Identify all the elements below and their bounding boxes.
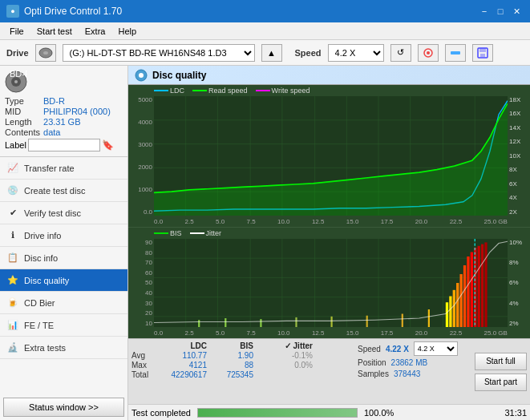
sidebar-item-label-disc-info: Disc info (24, 253, 58, 263)
save-button[interactable] (472, 44, 493, 62)
disc-info-icon: 📋 (6, 252, 19, 265)
sidebar-item-label-cd-bier: CD Bier (24, 298, 55, 308)
title-bar: ● Opti Drive Control 1.70 − □ ✕ (0, 0, 530, 22)
sidebar-item-create-test-disc[interactable]: 💿 Create test disc (0, 180, 127, 202)
sidebar-item-extra-tests[interactable]: 🔬 Extra tests (0, 337, 127, 359)
speed-select[interactable]: 4.2 X (328, 44, 384, 62)
top-x-axis: 0.0 2.5 5.0 7.5 10.0 12.5 15.0 17.5 20.0… (154, 218, 508, 225)
progress-container (197, 408, 358, 418)
max-jitter-val: 0.0% (258, 361, 313, 370)
svg-rect-60 (295, 317, 297, 327)
sidebar-item-cd-bier[interactable]: 🍺 CD Bier (0, 292, 127, 314)
sidebar-item-label-create-test: Create test disc (24, 186, 85, 196)
start-part-button[interactable]: Start part (475, 374, 527, 391)
sidebar: BD-R Type BD-R MID PHILIPR04 (000) Lengt… (0, 66, 128, 420)
sidebar-item-drive-info[interactable]: ℹ Drive info (0, 224, 127, 247)
sidebar-item-transfer-rate[interactable]: 📈 Transfer rate (0, 157, 127, 180)
sidebar-item-verify-test-disc[interactable]: ✔ Verify test disc (0, 202, 127, 224)
svg-rect-46 (449, 296, 451, 327)
drive-select[interactable]: (G:) HL-DT-ST BD-RE WH16NS48 1.D3 (63, 44, 255, 62)
position-row: Position 23862 MB (358, 358, 470, 367)
max-bis-val: 88 (212, 361, 258, 370)
close-button[interactable]: ✕ (509, 4, 524, 18)
samples-row: Samples 378443 (358, 370, 470, 378)
menu-help[interactable]: Help (111, 25, 143, 38)
sidebar-item-label-drive-info: Drive info (24, 231, 61, 240)
svg-point-3 (427, 51, 430, 55)
svg-point-10 (14, 80, 18, 83)
bottom-legend: BIS Jitter (154, 229, 221, 237)
progress-percent: 100.0% (364, 408, 394, 418)
sidebar-item-label-transfer-rate: Transfer rate (24, 164, 75, 173)
menu-start-test[interactable]: Start test (30, 25, 79, 38)
status-bar: Test completed 100.0% 31:31 (128, 404, 530, 420)
disc-icon: BD-R (5, 71, 27, 93)
speed-row: Speed 4.22 X 4.2 X (358, 341, 470, 356)
start-full-button[interactable]: Start full (475, 353, 527, 370)
label-input[interactable] (28, 139, 100, 151)
sidebar-item-disc-quality[interactable]: ⭐ Disc quality (0, 269, 127, 292)
length-value: 23.31 GB (43, 117, 123, 127)
svg-rect-61 (331, 317, 333, 327)
bottom-x-axis: 0.0 2.5 5.0 7.5 10.0 12.5 15.0 17.5 20.0… (154, 329, 508, 337)
svg-rect-54 (478, 246, 480, 327)
content-area: Disc quality LDC Read speed (128, 66, 530, 420)
bottom-chart-svg (154, 239, 508, 327)
menu-extra[interactable]: Extra (79, 25, 112, 38)
disc-quality-title: Disc quality (152, 70, 206, 81)
label-field-label: Label (5, 140, 26, 150)
status-time: 31:31 (504, 408, 527, 418)
tools-button[interactable] (445, 44, 466, 62)
disc-quality-header-icon (135, 69, 148, 82)
mid-value: PHILIPR04 (000) (43, 107, 123, 116)
drive-info-icon: ℹ (6, 229, 19, 242)
cd-bier-icon: 🍺 (6, 297, 19, 309)
max-row: Max 4121 88 0.0% (131, 361, 353, 370)
write-speed-legend-label: Write speed (272, 87, 310, 95)
type-value: BD-R (43, 96, 123, 106)
fe-te-icon: 📊 (6, 319, 19, 332)
menu-file[interactable]: File (3, 25, 30, 38)
eject-button[interactable]: ▲ (261, 44, 282, 62)
minimize-button[interactable]: − (477, 4, 492, 18)
svg-rect-50 (463, 265, 466, 327)
sidebar-nav: 📈 Transfer rate 💿 Create test disc ✔ Ver… (0, 157, 127, 394)
menu-bar: File Start test Extra Help (0, 22, 530, 40)
samples-value: 378443 (394, 370, 420, 378)
type-label: Type (5, 96, 40, 106)
ldc-col-header: LDC (157, 341, 212, 350)
svg-rect-47 (453, 290, 455, 327)
sidebar-item-label-extra-tests: Extra tests (24, 343, 66, 353)
top-y-axis-left: 5000 4000 3000 2000 1000 0.0 (128, 96, 154, 216)
jitter-col-header: ✓ Jitter (258, 341, 313, 350)
position-label: Position (358, 358, 386, 367)
progress-fill (198, 409, 357, 417)
sidebar-item-fe-te[interactable]: 📊 FE / TE (0, 314, 127, 337)
bis-col-header: BIS (212, 341, 258, 350)
refresh-button[interactable]: ↺ (390, 44, 411, 62)
settings-button[interactable] (418, 44, 439, 62)
top-chart: LDC Read speed Write speed 5000 4000 (128, 85, 530, 227)
disc-info-grid: Type BD-R MID PHILIPR04 (000) Length 23.… (5, 96, 123, 137)
bottom-y-axis-left: 90 80 70 60 50 40 30 20 10 (128, 239, 154, 327)
speed-stat-label: Speed (358, 345, 381, 353)
sidebar-item-label-verify: Verify test disc (24, 208, 81, 218)
sidebar-item-disc-info[interactable]: 📋 Disc info (0, 247, 127, 269)
svg-rect-51 (467, 256, 469, 327)
status-window-button[interactable]: Status window >> (3, 398, 124, 417)
max-row-label: Max (131, 361, 157, 370)
speed-stat-dropdown[interactable]: 4.2 X (414, 341, 458, 356)
maximize-button[interactable]: □ (493, 4, 508, 18)
stats-bar: LDC BIS ✓ Jitter Avg 110.77 1.90 -0.1% M… (128, 338, 530, 404)
sidebar-item-label-fe-te: FE / TE (24, 321, 54, 330)
drive-label: Drive (6, 48, 29, 58)
avg-bis-val: 1.90 (212, 351, 258, 360)
svg-rect-55 (481, 244, 483, 327)
disc-quality-icon: ⭐ (6, 274, 19, 287)
verify-test-disc-icon: ✔ (6, 207, 19, 220)
total-row: Total 42290617 725345 (131, 370, 353, 379)
app-title: Opti Drive Control 1.70 (24, 6, 122, 17)
position-value: 23862 MB (391, 358, 428, 367)
speed-stat-value: 4.22 X (386, 345, 409, 353)
stats-header-row: LDC BIS ✓ Jitter (131, 341, 353, 350)
